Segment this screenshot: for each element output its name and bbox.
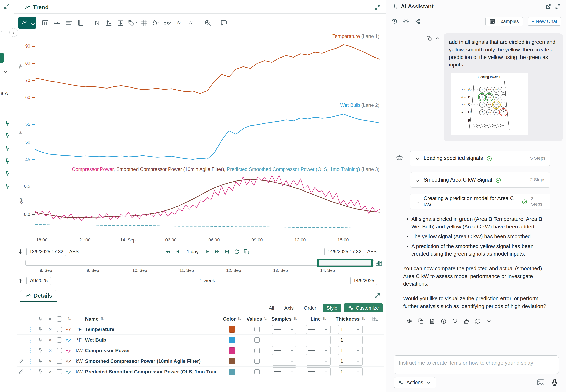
column-name[interactable]: Name⇅ — [85, 316, 217, 322]
investigate-start-input[interactable]: 7/9/2025 — [26, 277, 51, 285]
row-pin-button[interactable] — [35, 326, 45, 333]
settings-button[interactable] — [403, 18, 409, 25]
pinned-item[interactable] — [4, 145, 11, 152]
color-swatch[interactable] — [229, 337, 235, 343]
pair-button[interactable] — [162, 17, 174, 29]
item-name[interactable]: Predicted Smoothed Compressor Power (OLS… — [85, 369, 217, 375]
row-remove-button[interactable]: × — [45, 337, 55, 343]
investigate-end-input[interactable]: 14/9/2025 — [350, 277, 377, 285]
lane-1-axis[interactable]: 90807060 — [14, 33, 35, 99]
samples-select[interactable] — [272, 325, 297, 334]
line-select[interactable] — [306, 325, 331, 334]
lane-arrows-2-button[interactable] — [103, 17, 115, 29]
expand-ai-panel-icon[interactable] — [554, 3, 561, 10]
trend-lane-1[interactable]: Temperature (Lane 1) °F 90807060 — [14, 33, 386, 99]
item-name[interactable]: Compressor Power — [85, 348, 217, 353]
row-menu-button[interactable]: ⋮ — [27, 326, 33, 333]
range-down-icon[interactable] — [17, 249, 24, 255]
thickness-select[interactable]: 1 — [338, 336, 363, 345]
item-name[interactable]: Smoothed Compressor Power (10min Agile F… — [85, 358, 217, 364]
line-select[interactable] — [306, 346, 331, 355]
range-up-icon[interactable] — [17, 278, 24, 284]
tab-details[interactable]: Details — [20, 290, 57, 302]
info-button[interactable] — [440, 318, 447, 324]
table-button[interactable] — [39, 17, 51, 29]
series-smoothed-compressor-power-10min-agile-filter-[interactable] — [35, 180, 380, 218]
row-checkbox[interactable] — [57, 337, 62, 343]
step-card[interactable]: Loading specified signals5 Steps — [410, 151, 551, 166]
column-samples[interactable]: Samples⇅ — [267, 316, 302, 322]
row-menu-button[interactable]: ⋮ — [27, 358, 33, 364]
compare-view-icon[interactable] — [375, 259, 382, 267]
step-forward-button[interactable] — [204, 249, 210, 255]
column-color[interactable]: Color⇅ — [217, 316, 247, 322]
attach-image-icon[interactable] — [537, 378, 545, 387]
row-remove-button[interactable]: × — [45, 326, 55, 332]
step-card[interactable]: Smoothing Area C kW Signal2 Steps — [410, 172, 551, 188]
timeline-scrubber[interactable] — [14, 259, 386, 268]
open-new-window-icon[interactable] — [545, 3, 552, 10]
color-swatch[interactable] — [229, 326, 235, 333]
row-pin-button[interactable] — [35, 337, 45, 343]
values-checkbox[interactable] — [255, 359, 260, 364]
trend-lane-3[interactable]: Compressor Power, Smoothed Compressor Po… — [14, 167, 386, 236]
actions-button[interactable]: Actions — [394, 377, 436, 388]
add-column-button[interactable] — [366, 316, 384, 322]
selected-item-fragment[interactable] — [0, 53, 4, 63]
row-checkbox[interactable] — [57, 348, 62, 353]
color-swatch[interactable] — [229, 358, 235, 364]
document-button[interactable] — [429, 318, 435, 324]
chart-type-button[interactable] — [18, 17, 36, 29]
jump-forward-button[interactable] — [214, 249, 220, 255]
expand-trend-icon[interactable] — [374, 4, 381, 11]
column-thickness[interactable]: Thickness⇅ — [335, 316, 366, 322]
series-predicted-smoothed-compressor-power-ols-1mo-training-[interactable] — [35, 224, 380, 228]
lane-arrows-1-button[interactable] — [91, 17, 103, 29]
customize-button[interactable]: Customize — [344, 304, 383, 313]
samples-button[interactable] — [186, 17, 198, 29]
pinned-item[interactable] — [4, 133, 11, 139]
thickness-select[interactable]: 1 — [338, 346, 363, 355]
timeline-selection[interactable] — [318, 259, 372, 266]
values-checkbox[interactable] — [255, 337, 260, 343]
series-wet-bulb[interactable] — [35, 114, 380, 159]
tag-button[interactable] — [127, 17, 138, 29]
examples-button[interactable]: Examples — [485, 17, 523, 26]
row-checkbox[interactable] — [57, 359, 62, 364]
row-pin-button[interactable] — [35, 358, 45, 364]
zoom-in-button[interactable] — [202, 17, 214, 29]
samples-select[interactable] — [272, 336, 297, 345]
copy-button[interactable] — [417, 318, 424, 324]
chevron-down-button[interactable] — [486, 318, 493, 324]
row-checkbox[interactable] — [57, 327, 62, 332]
thumb-down-button[interactable] — [452, 318, 458, 324]
range-start-input[interactable]: 13/9/2025 17:32 — [26, 248, 66, 256]
pinned-item[interactable] — [4, 183, 11, 190]
regenerate-button[interactable] — [475, 318, 481, 324]
chat-input-box[interactable] — [394, 355, 559, 374]
collapse-sidebar-button[interactable] — [9, 28, 18, 37]
order-button[interactable]: Order — [300, 304, 320, 312]
values-checkbox[interactable] — [255, 348, 260, 353]
chevron-down-icon[interactable] — [2, 69, 9, 75]
auto-update-button[interactable] — [234, 249, 240, 255]
collapse-message-icon[interactable] — [435, 35, 440, 41]
item-name[interactable]: Wet Bulb — [85, 337, 217, 343]
thickness-select[interactable]: 1 — [338, 357, 363, 366]
pinned-item[interactable] — [4, 120, 11, 127]
edit-item-button[interactable] — [18, 358, 24, 364]
new-chat-button[interactable]: + New Chat — [528, 17, 561, 26]
duration-label[interactable]: 1 day — [187, 249, 199, 254]
duplicate-range-button[interactable] — [243, 249, 250, 255]
column-line[interactable]: Line⇅ — [302, 316, 335, 322]
journal-button[interactable] — [75, 17, 87, 29]
formula-button[interactable]: fx — [174, 17, 186, 29]
edit-item-button[interactable] — [18, 369, 24, 375]
row-menu-button[interactable]: ⋮ — [27, 337, 33, 343]
samples-select[interactable] — [272, 367, 297, 376]
row-menu-button[interactable]: ⋮ — [27, 369, 33, 375]
axis-button[interactable]: Axis — [281, 304, 297, 312]
tab-trend[interactable]: Trend — [20, 2, 53, 14]
trend-chart[interactable]: Temperature (Lane 1) °F 90807060 Wet Bul… — [14, 32, 386, 245]
trend-lane-2[interactable]: Wet Bulb (Lane 2) °F 555045 — [14, 102, 386, 164]
